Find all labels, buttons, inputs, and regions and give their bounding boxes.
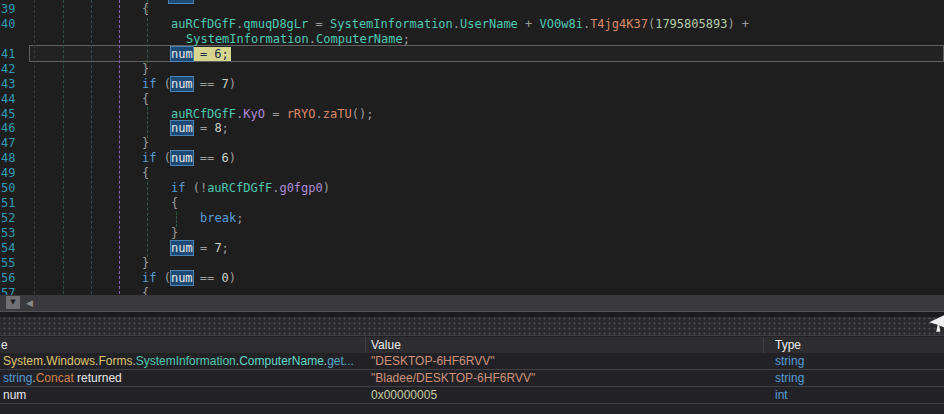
panel-empty-area <box>0 404 944 414</box>
line-number[interactable]: 54 <box>1 241 15 256</box>
code-line-51[interactable]: 51{ <box>0 196 944 211</box>
column-header-type[interactable]: Type <box>775 338 801 352</box>
watch-row[interactable]: string.Concat returned"Bladee/DESKTOP-6H… <box>0 370 944 387</box>
code-line-44[interactable]: 44{ <box>0 92 944 107</box>
code-line-43[interactable]: 43if (num == 7) <box>0 77 944 92</box>
code-text: { <box>142 286 149 295</box>
code-line-49[interactable]: 49{ <box>0 166 944 181</box>
code-line-wrap[interactable]: SystemInformation.ComputerName; <box>0 32 944 47</box>
watch-value-cell: "Bladee/DESKTOP-6HF6RVV" <box>371 371 759 385</box>
line-number[interactable]: 41 <box>1 47 15 62</box>
line-number[interactable]: 56 <box>1 271 15 286</box>
code-text: break; <box>200 211 243 226</box>
num-token-highlight: num <box>171 151 193 165</box>
num-token-highlight: num <box>171 241 193 255</box>
code-text: } <box>142 62 149 77</box>
watch-name-cell: System.Windows.Forms.SystemInformation.C… <box>3 354 361 368</box>
code-line-52[interactable]: 52break; <box>0 211 944 226</box>
code-text: { <box>142 166 149 181</box>
pane-splitter[interactable] <box>0 317 944 335</box>
line-number[interactable]: 52 <box>1 211 15 226</box>
code-line-57[interactable]: 57{ <box>0 286 944 295</box>
code-line-54[interactable]: 54num = 7; <box>0 241 944 256</box>
line-number[interactable]: 44 <box>1 92 15 107</box>
code-text: { <box>171 196 178 211</box>
column-header-name[interactable]: e <box>1 338 8 352</box>
current-statement-highlight: = 6; <box>193 47 229 61</box>
code-line-53[interactable]: 53} <box>0 226 944 241</box>
line-number[interactable]: 45 <box>1 107 15 122</box>
watch-value-cell: "DESKTOP-6HF6RVV" <box>371 354 759 368</box>
line-number[interactable]: 47 <box>1 136 15 151</box>
line-number[interactable]: 49 <box>1 166 15 181</box>
line-number[interactable]: 43 <box>1 77 15 92</box>
num-token-highlight: num <box>171 121 193 135</box>
line-number[interactable]: 46 <box>1 121 15 136</box>
code-text: } <box>142 136 149 151</box>
code-line-55[interactable]: 55} <box>0 256 944 271</box>
code-text: { <box>142 2 149 17</box>
watch-type-cell: string <box>775 354 940 368</box>
code-text: num = 8; <box>171 121 229 136</box>
line-number[interactable]: 51 <box>1 196 15 211</box>
num-token-highlight: num <box>171 47 193 61</box>
code-text: { <box>142 92 149 107</box>
code-text: auRCfDGfF.KyO = rRYO.zaTU(); <box>171 107 373 122</box>
watch-value-cell: 0x00000005 <box>371 388 759 402</box>
panel-header-row: e Value Type <box>0 337 944 354</box>
watch-name-cell: num <box>3 388 361 402</box>
code-line-40[interactable]: 40auRCfDGfF.qmuqD8gLr = SystemInformatio… <box>0 17 944 32</box>
code-text: if (num == 0) <box>142 271 236 286</box>
code-text: if (num == 7) <box>142 77 236 92</box>
scrollbar-left-arrow-icon[interactable]: ◀ <box>26 296 33 310</box>
column-header-value[interactable]: Value <box>371 338 401 352</box>
line-number[interactable]: 53 <box>1 226 15 241</box>
code-text: } <box>142 256 149 271</box>
code-text: auRCfDGfF.qmuqD8gLr = SystemInformation.… <box>171 17 749 32</box>
code-text: } <box>171 226 178 241</box>
code-line-39[interactable]: 39{ <box>0 2 944 17</box>
code-line-48[interactable]: 48if (num == 6) <box>0 151 944 166</box>
num-token-highlight: num <box>171 271 193 285</box>
line-number[interactable]: 40 <box>1 17 15 32</box>
code-text: if (num == 6) <box>142 151 236 166</box>
code-line-47[interactable]: 47} <box>0 136 944 151</box>
code-text: SystemInformation.ComputerName; <box>186 32 410 47</box>
watch-type-cell: int <box>775 388 940 402</box>
code-text: num = 6; <box>171 47 229 62</box>
dnspy-debugger-window: 39{40auRCfDGfF.qmuqD8gLr = SystemInforma… <box>0 0 944 414</box>
watch-name-cell: string.Concat returned <box>3 371 361 385</box>
watch-row[interactable]: num0x00000005int <box>0 387 944 404</box>
code-line-46[interactable]: 46num = 8; <box>0 121 944 136</box>
code-text: if (!auRCfDGfF.g0fgp0) <box>171 181 330 196</box>
code-line-41[interactable]: 41num = 6; <box>0 47 944 62</box>
scrollbar-options-button[interactable]: ▼ <box>6 296 20 309</box>
code-line-56[interactable]: 56if (num == 0) <box>0 271 944 286</box>
line-number[interactable]: 57 <box>1 286 15 295</box>
code-editor[interactable]: 39{40auRCfDGfF.qmuqD8gLr = SystemInforma… <box>0 0 944 295</box>
line-number[interactable]: 42 <box>1 62 15 77</box>
locals-panel: e Value Type System.Windows.Forms.System… <box>0 335 944 414</box>
code-line-45[interactable]: 45auRCfDGfF.KyO = rRYO.zaTU(); <box>0 107 944 122</box>
line-number[interactable]: 50 <box>1 181 15 196</box>
num-token-highlight: num <box>171 77 193 91</box>
code-line-50[interactable]: 50if (!auRCfDGfF.g0fgp0) <box>0 181 944 196</box>
line-number[interactable]: 39 <box>1 2 15 17</box>
line-number[interactable]: 48 <box>1 151 15 166</box>
code-text: num = 7; <box>171 241 229 256</box>
watch-row[interactable]: System.Windows.Forms.SystemInformation.C… <box>0 353 944 370</box>
line-number[interactable]: 55 <box>1 256 15 271</box>
chevron-down-icon: ▼ <box>10 298 15 306</box>
horizontal-scrollbar[interactable]: ▼ ◀ <box>0 295 944 311</box>
code-line-42[interactable]: 42} <box>0 62 944 77</box>
watch-type-cell: string <box>775 371 940 385</box>
